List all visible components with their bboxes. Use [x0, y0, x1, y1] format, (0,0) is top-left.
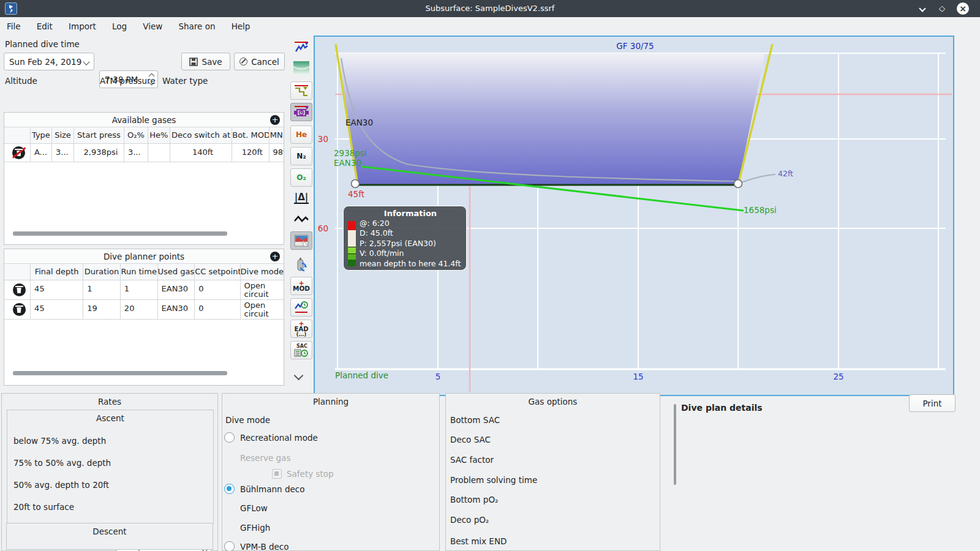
gas-he-cell[interactable]	[148, 144, 170, 162]
chevron-down-icon	[83, 58, 89, 65]
menu-help[interactable]: Help	[232, 21, 251, 31]
point-duration-cell[interactable]: 1	[83, 280, 121, 299]
points-header-gas[interactable]: Used gas	[158, 264, 195, 280]
points-horizontal-scrollbar[interactable]	[13, 371, 227, 375]
gas-startpress-cell[interactable]: 2,938psi	[74, 144, 124, 162]
mod-toggle[interactable]: + MOD	[290, 277, 312, 295]
dc-ceiling-toggle[interactable]	[290, 298, 312, 317]
pane-splitter[interactable]	[674, 404, 676, 485]
point-duration-cell[interactable]: 19	[83, 300, 121, 319]
photos-toggle[interactable]	[290, 231, 312, 250]
menu-edit[interactable]: Edit	[37, 21, 53, 31]
recreational-mode-option[interactable]: Recreational mode	[224, 432, 318, 443]
save-button[interactable]: Save	[181, 53, 230, 70]
gas-botmod-cell[interactable]: 120ft	[232, 144, 269, 162]
gases-header-botmod[interactable]: Bot. MOD	[232, 127, 269, 143]
increment-time-toggle[interactable]	[290, 103, 312, 121]
gas-decoswitch-cell[interactable]: 140ft	[170, 144, 232, 162]
radio-icon[interactable]	[224, 541, 235, 551]
deco-sac-label: Deco SAC	[450, 435, 491, 444]
gas-size-cell[interactable]: 3...	[52, 144, 74, 162]
gases-header-decoswitch[interactable]: Deco switch at	[170, 127, 232, 143]
point-setpoint-cell[interactable]: 0	[195, 280, 240, 299]
reserve-gas-label: Reserve gas	[240, 453, 290, 463]
safety-stop-option: Safety stop	[272, 469, 334, 479]
n2-graph-toggle[interactable]: N₂	[290, 147, 312, 165]
gases-header-size[interactable]: Size	[52, 127, 74, 143]
po2-graph-toggle[interactable]	[290, 39, 312, 57]
sac-toggle[interactable]: SAC	[290, 341, 312, 359]
add-point-button[interactable]: +	[270, 252, 280, 261]
ceiling-toggle[interactable]	[290, 81, 312, 100]
point-runtime-cell[interactable]: 1	[121, 280, 158, 299]
point-gas-cell[interactable]: EAN30	[158, 280, 195, 299]
chevron-down-icon	[294, 371, 304, 381]
points-header-depth[interactable]: Final depth	[31, 264, 83, 280]
rate-label-1: below 75% avg. depth	[13, 436, 106, 446]
point-depth-cell[interactable]: 45	[31, 300, 83, 319]
point-runtime-cell[interactable]: 20	[121, 300, 158, 319]
points-table: Final depth Duration Run time Used gas C…	[4, 264, 284, 384]
mod-icon: MOD	[293, 286, 310, 291]
points-header-setpoint[interactable]: CC setpoint	[195, 264, 240, 280]
gases-header-o2[interactable]: O₂%	[124, 127, 148, 143]
gases-header-he[interactable]: He%	[148, 127, 170, 143]
rate-label-3: 50% avg. depth to 20ft	[13, 480, 109, 490]
gas-o2-cell[interactable]: 3...	[124, 144, 148, 162]
water-gradient-icon[interactable]	[290, 59, 312, 77]
o2-graph-toggle[interactable]: O₂	[290, 168, 312, 187]
radio-icon[interactable]	[224, 432, 235, 443]
buhlmann-deco-option[interactable]: Bühlmann deco	[224, 484, 305, 494]
gases-row[interactable]: A... 3... 2,938psi 3... 140ft 120ft 98f	[4, 144, 284, 162]
gas-mnd-cell[interactable]: 98f	[270, 144, 284, 162]
start-gas-label: EAN30	[334, 158, 361, 168]
gases-header-type[interactable]: Type	[31, 127, 52, 143]
maximize-icon[interactable]: ◇	[936, 2, 948, 15]
points-header-duration[interactable]: Duration	[83, 264, 121, 280]
tank-icon	[295, 257, 308, 273]
gases-horizontal-scrollbar[interactable]	[13, 231, 227, 236]
date-combobox[interactable]: Sun Feb 24, 2019	[4, 53, 94, 70]
print-button[interactable]: Print	[909, 394, 956, 412]
menu-import[interactable]: Import	[69, 21, 96, 31]
minimize-icon[interactable]	[916, 2, 929, 15]
tissues-toggle[interactable]: |Δ|	[290, 189, 312, 207]
profile-handle[interactable]	[734, 180, 742, 188]
gases-header-startpress[interactable]: Start press	[74, 127, 124, 143]
gases-header-blank	[4, 127, 31, 143]
gases-header-mnd[interactable]: MN	[270, 127, 284, 143]
points-header-mode[interactable]: Dive mode	[241, 264, 284, 280]
menu-log[interactable]: Log	[112, 21, 127, 31]
profile-handle[interactable]	[352, 180, 360, 188]
he-graph-toggle[interactable]: He	[290, 126, 312, 144]
o2-icon: O₂	[296, 173, 306, 182]
delete-point-icon[interactable]	[13, 283, 26, 296]
cancel-button[interactable]: Cancel	[234, 53, 285, 70]
deco-po2-label: Deco pO₂	[450, 515, 489, 525]
delete-gas-icon[interactable]	[12, 146, 25, 159]
buhlmann-deco-label: Bühlmann deco	[240, 484, 305, 494]
points-row[interactable]: 45 19 20 EAN30 0 Open circuit	[4, 300, 284, 320]
menu-share-on[interactable]: Share on	[178, 21, 215, 31]
vpmb-deco-option[interactable]: VPM-B deco	[224, 541, 289, 551]
delete-point-icon[interactable]	[13, 303, 26, 316]
gas-type-cell[interactable]: A...	[31, 144, 52, 162]
toolbar-scroll-down[interactable]	[295, 372, 307, 382]
tank-bar-toggle[interactable]	[290, 256, 312, 274]
point-gas-cell[interactable]: EAN30	[158, 300, 195, 319]
close-icon[interactable]: ×	[957, 2, 969, 15]
available-gases-title: Available gases +	[4, 113, 284, 127]
dive-plan-details-title: Dive plan details	[681, 403, 763, 413]
ead-toggle[interactable]: + EAD (...)	[290, 320, 312, 338]
point-mode-cell[interactable]: Open circuit	[241, 300, 284, 319]
radio-checked-icon[interactable]	[224, 484, 235, 494]
heartrate-toggle[interactable]	[290, 210, 312, 228]
points-header-runtime[interactable]: Run time	[121, 264, 158, 280]
point-setpoint-cell[interactable]: 0	[195, 300, 240, 319]
point-depth-cell[interactable]: 45	[31, 280, 83, 299]
points-row[interactable]: 45 1 1 EAN30 0 Open circuit	[4, 280, 284, 300]
point-mode-cell[interactable]: Open circuit	[241, 280, 284, 299]
add-gas-button[interactable]: +	[270, 115, 280, 125]
menu-file[interactable]: File	[7, 21, 21, 31]
menu-view[interactable]: View	[143, 21, 162, 31]
